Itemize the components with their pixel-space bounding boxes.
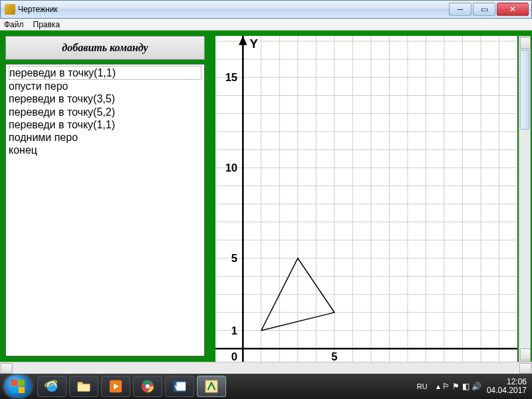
taskbar-app[interactable] — [197, 376, 226, 397]
svg-rect-44 — [11, 380, 17, 386]
svg-marker-36 — [239, 36, 247, 45]
window-title: Чертежник — [18, 5, 449, 14]
ie-icon — [45, 379, 59, 394]
taskbar-explorer[interactable] — [69, 376, 98, 397]
svg-text:Y: Y — [250, 37, 258, 51]
taskbar-media[interactable] — [101, 376, 130, 397]
svg-text:W: W — [175, 384, 181, 390]
svg-text:15: 15 — [225, 72, 237, 84]
menu-file[interactable]: Файл — [4, 20, 24, 29]
menubar: Файл Правка — [0, 19, 532, 31]
canvas[interactable]: Y15101550 — [215, 36, 517, 362]
command-line[interactable]: переведи в точку(1,1) — [9, 66, 201, 80]
svg-text:5: 5 — [331, 350, 337, 362]
vertical-scrollbar[interactable] — [519, 36, 531, 362]
maximize-button[interactable]: ▭ — [473, 3, 495, 16]
svg-point-55 — [146, 384, 150, 388]
svg-text:10: 10 — [225, 162, 237, 174]
start-button[interactable] — [4, 375, 32, 398]
content-area: добавить команду переведи в точку(1,1)оп… — [0, 31, 532, 362]
add-command-label: добавить команду — [62, 42, 148, 54]
left-panel: добавить команду переведи в точку(1,1)оп… — [0, 31, 210, 362]
command-list[interactable]: переведи в точку(1,1)опусти перопереведи… — [5, 64, 205, 356]
svg-text:5: 5 — [231, 253, 237, 265]
svg-rect-46 — [11, 387, 17, 393]
windows-icon — [11, 379, 25, 394]
command-line[interactable]: конец — [9, 144, 201, 156]
clock-date: 04.04.2017 — [487, 386, 527, 395]
chrome-icon — [140, 379, 155, 394]
folder-icon — [76, 380, 91, 393]
command-line[interactable]: переведи в точку(5,2) — [9, 106, 201, 118]
horizontal-scrollbar[interactable] — [0, 362, 532, 374]
close-button[interactable]: ✕ — [497, 3, 529, 16]
app-icon — [5, 4, 15, 15]
titlebar: Чертежник ─ ▭ ✕ — [0, 0, 532, 19]
language-indicator[interactable]: RU — [414, 381, 431, 392]
taskbar-word[interactable]: W — [165, 376, 194, 397]
command-line[interactable]: переведи в точку(1,1) — [9, 118, 201, 131]
system-tray: RU ▴ 🏳 ⚑ ◧ 🔊 12:06 04.04.2017 — [414, 378, 528, 395]
command-line[interactable]: опусти перо — [9, 80, 201, 92]
tray-icons[interactable]: ▴ 🏳 ⚑ ◧ 🔊 — [436, 382, 481, 391]
taskbar-chrome[interactable] — [133, 376, 162, 397]
word-icon: W — [172, 379, 187, 394]
svg-rect-47 — [19, 387, 25, 393]
drafter-icon — [204, 379, 219, 394]
command-line[interactable]: переведи в точку(3,5) — [9, 92, 201, 105]
taskbar: W RU ▴ 🏳 ⚑ ◧ 🔊 12:06 04.04.2017 — [0, 374, 532, 399]
command-line[interactable]: подними перо — [9, 131, 201, 144]
svg-text:0: 0 — [231, 350, 237, 362]
menu-edit[interactable]: Правка — [33, 20, 61, 29]
svg-rect-45 — [19, 380, 25, 386]
taskbar-ie[interactable] — [37, 376, 66, 397]
plot-svg: Y15101550 — [215, 36, 517, 362]
svg-rect-50 — [78, 384, 90, 391]
clock[interactable]: 12:06 04.04.2017 — [487, 378, 528, 395]
minimize-button[interactable]: ─ — [449, 3, 471, 16]
media-icon — [108, 379, 123, 394]
right-panel: Y15101550 — [210, 31, 532, 362]
svg-text:1: 1 — [231, 325, 237, 336]
add-command-button[interactable]: добавить команду — [5, 36, 205, 60]
